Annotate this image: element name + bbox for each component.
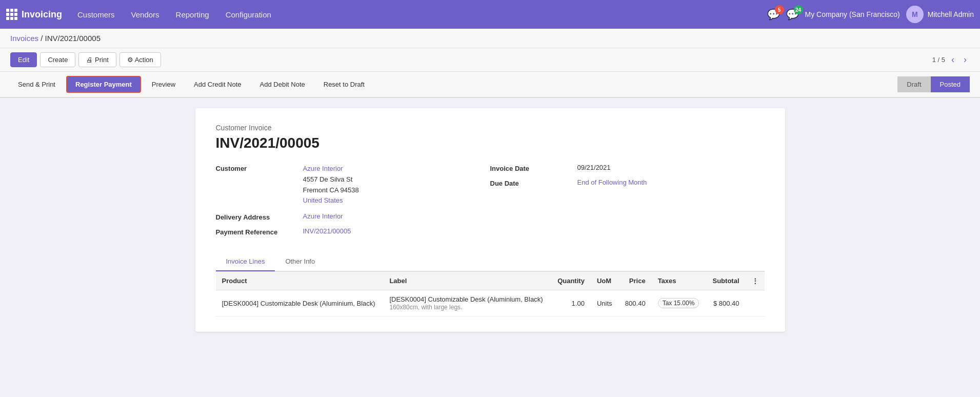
breadcrumb-current: INV/2021/00005	[45, 34, 101, 43]
send-print-button[interactable]: Send & Print	[10, 76, 63, 92]
col-quantity: Quantity	[551, 272, 591, 290]
notifications-bell[interactable]: 💬 5	[767, 8, 780, 21]
chat-count: 24	[794, 5, 803, 14]
customer-address2: Fremont CA 94538	[303, 185, 359, 196]
app-brand: Invoicing	[22, 9, 62, 20]
nav-configuration[interactable]: Configuration	[218, 7, 278, 22]
breadcrumb: Invoices / INV/2021/00005	[10, 34, 101, 43]
invoice-date-field: Invoice Date 09/21/2021	[490, 164, 765, 172]
grid-icon	[6, 9, 17, 20]
notification-count: 5	[775, 5, 784, 14]
top-right-area: 💬 5 💬 24 My Company (San Francisco) M Mi…	[767, 6, 974, 23]
user-menu[interactable]: M Mitchell Admin	[906, 6, 974, 23]
settings-icon: ⋮	[752, 277, 758, 285]
due-date-label: Due Date	[490, 178, 577, 187]
payment-ref-value[interactable]: INV/2021/00005	[303, 227, 351, 235]
due-date-field: Due Date End of Following Month	[490, 178, 765, 187]
company-name: My Company (San Francisco)	[805, 10, 900, 18]
breadcrumb-bar: Invoices / INV/2021/00005	[0, 29, 980, 48]
col-taxes: Taxes	[652, 272, 706, 290]
invoice-date-label: Invoice Date	[490, 164, 577, 172]
col-settings[interactable]: ⋮	[746, 272, 765, 290]
tab-other-info[interactable]: Other Info	[275, 252, 325, 271]
cell-quantity: 1.00	[551, 290, 591, 316]
col-label: Label	[383, 272, 551, 290]
main-content: Customer Invoice INV/2021/00005 Customer…	[0, 98, 980, 342]
breadcrumb-separator: /	[41, 34, 45, 43]
payment-reference-field: Payment Reference INV/2021/00005	[216, 227, 490, 236]
tax-badge: Tax 15.00%	[658, 298, 699, 308]
app-logo[interactable]: Invoicing	[6, 9, 62, 20]
register-payment-button[interactable]: Register Payment	[66, 76, 141, 93]
cell-product: [DESK0004] Customizable Desk (Aluminium,…	[216, 290, 384, 316]
action-bar: Send & Print Register Payment Preview Ad…	[0, 72, 980, 98]
tab-invoice-lines[interactable]: Invoice Lines	[216, 252, 275, 271]
cell-subtotal: $ 800.40	[706, 290, 746, 316]
form-right: Invoice Date 09/21/2021 Due Date End of …	[490, 164, 765, 242]
customer-label: Customer	[216, 164, 303, 172]
cell-actions	[746, 290, 765, 316]
customer-address1: 4557 De Silva St	[303, 174, 359, 185]
invoice-number: INV/2021/00005	[216, 135, 765, 151]
customer-name[interactable]: Azure Interior	[303, 164, 359, 174]
table-header-row: Product Label Quantity UoM Price Taxes S…	[216, 272, 765, 290]
pagination-info: 1 / 5	[932, 56, 945, 64]
preview-button[interactable]: Preview	[144, 76, 183, 92]
next-page-button[interactable]: ›	[961, 53, 970, 66]
create-button[interactable]: Create	[40, 52, 75, 67]
customer-field: Customer Azure Interior 4557 De Silva St…	[216, 164, 490, 206]
col-uom: UoM	[591, 272, 618, 290]
reset-to-draft-button[interactable]: Reset to Draft	[316, 76, 372, 92]
invoice-date-value[interactable]: 09/21/2021	[577, 164, 611, 171]
form-left: Customer Azure Interior 4557 De Silva St…	[216, 164, 490, 242]
payment-ref-label: Payment Reference	[216, 227, 303, 236]
delivery-address-field: Delivery Address Azure Interior	[216, 212, 490, 221]
invoice-fields: Customer Azure Interior 4557 De Silva St…	[216, 164, 765, 242]
nav-reporting[interactable]: Reporting	[169, 7, 216, 22]
breadcrumb-parent[interactable]: Invoices	[10, 34, 38, 43]
status-area: Draft Posted	[897, 76, 970, 92]
tabs: Invoice Lines Other Info	[216, 252, 765, 271]
add-debit-note-button[interactable]: Add Debit Note	[252, 76, 313, 92]
delivery-value[interactable]: Azure Interior	[303, 212, 343, 220]
user-name: Mitchell Admin	[928, 10, 974, 18]
chat-badge[interactable]: 💬 24	[786, 8, 799, 21]
nav-customers[interactable]: Customers	[70, 7, 122, 22]
user-avatar: M	[906, 6, 924, 23]
print-button[interactable]: 🖨 Print	[78, 52, 116, 67]
delivery-label: Delivery Address	[216, 212, 303, 221]
cell-price: 800.40	[618, 290, 652, 316]
invoice-lines-table: Product Label Quantity UoM Price Taxes S…	[216, 271, 765, 316]
action-button[interactable]: ⚙ Action	[119, 52, 161, 67]
main-toolbar: Edit Create 🖨 Print ⚙ Action 1 / 5 ‹ ›	[0, 48, 980, 72]
invoice-type-label: Customer Invoice	[216, 124, 765, 132]
col-price: Price	[618, 272, 652, 290]
cell-label: [DESK0004] Customizable Desk (Aluminium,…	[383, 290, 551, 316]
edit-button[interactable]: Edit	[10, 52, 37, 67]
nav-vendors[interactable]: Vendors	[124, 7, 167, 22]
cell-tax: Tax 15.00%	[652, 290, 706, 316]
status-draft: Draft	[897, 76, 930, 92]
customer-country: United States	[303, 195, 359, 206]
add-credit-note-button[interactable]: Add Credit Note	[186, 76, 249, 92]
col-product: Product	[216, 272, 384, 290]
due-date-value[interactable]: End of Following Month	[577, 178, 647, 186]
col-subtotal: Subtotal	[706, 272, 746, 290]
cell-uom: Units	[591, 290, 618, 316]
customer-value: Azure Interior 4557 De Silva St Fremont …	[303, 164, 359, 206]
table-row[interactable]: [DESK0004] Customizable Desk (Aluminium,…	[216, 290, 765, 316]
status-posted: Posted	[931, 76, 970, 92]
prev-page-button[interactable]: ‹	[948, 53, 957, 66]
top-menu: Customers Vendors Reporting Configuratio…	[70, 7, 763, 22]
top-navigation: Invoicing Customers Vendors Reporting Co…	[0, 0, 980, 29]
invoice-card: Customer Invoice INV/2021/00005 Customer…	[195, 108, 785, 332]
